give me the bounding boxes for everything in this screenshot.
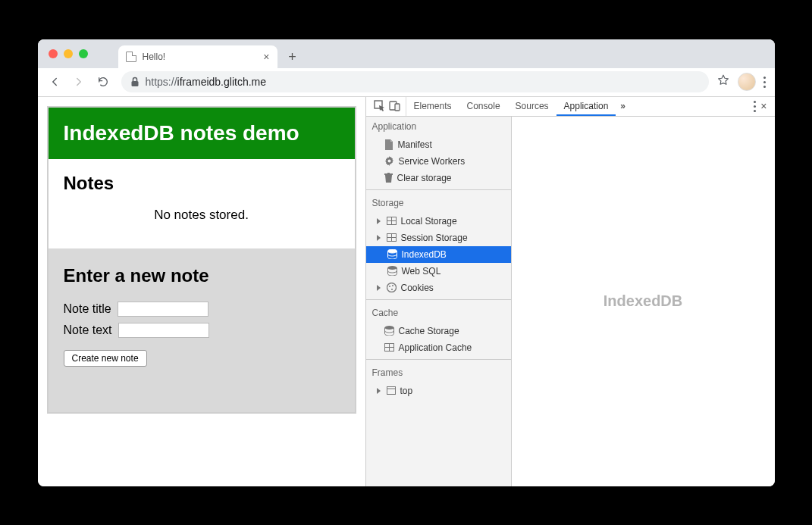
tab-sources[interactable]: Sources bbox=[508, 97, 556, 116]
minimize-window-button[interactable] bbox=[64, 49, 73, 58]
svg-rect-22 bbox=[385, 344, 389, 347]
tab-elements[interactable]: Elements bbox=[406, 97, 459, 116]
panel-placeholder: IndexedDB bbox=[604, 292, 682, 310]
svg-rect-13 bbox=[392, 238, 396, 241]
svg-rect-6 bbox=[392, 217, 396, 220]
demo-app: IndexedDB notes demo Notes No notes stor… bbox=[47, 106, 356, 414]
sidebar-item-local-storage[interactable]: Local Storage bbox=[366, 213, 511, 230]
devtools-main-panel: IndexedDB bbox=[512, 117, 775, 486]
bookmark-star-icon[interactable] bbox=[716, 73, 730, 90]
tab-console[interactable]: Console bbox=[459, 97, 508, 116]
toolbar-right bbox=[716, 73, 769, 91]
browser-window: Hello! × + https://iframeidb.glitch.me bbox=[38, 39, 775, 486]
svg-point-19 bbox=[391, 289, 393, 290]
trash-icon bbox=[384, 173, 393, 183]
device-toolbar-icon[interactable] bbox=[389, 100, 401, 112]
sidebar-item-label: Local Storage bbox=[401, 216, 457, 227]
cookie-icon bbox=[387, 283, 397, 292]
devtools-tabbar: Elements Console Sources Application » × bbox=[366, 97, 775, 117]
sidebar-item-clear-storage[interactable]: Clear storage bbox=[366, 170, 511, 186]
svg-rect-23 bbox=[390, 344, 393, 347]
sidebar-item-frame-top[interactable]: top bbox=[366, 383, 511, 399]
sidebar-item-cookies[interactable]: Cookies bbox=[366, 280, 511, 296]
svg-rect-5 bbox=[387, 217, 391, 220]
form-heading: Enter a new note bbox=[64, 265, 340, 286]
sidebar-item-indexeddb[interactable]: IndexedDB bbox=[366, 246, 511, 263]
application-sidebar: Application Manifest Service Workers Cle… bbox=[366, 117, 512, 486]
chrome-menu-button[interactable] bbox=[763, 77, 766, 88]
sidebar-item-label: Application Cache bbox=[399, 342, 472, 353]
sidebar-item-session-storage[interactable]: Session Storage bbox=[366, 230, 511, 246]
section-application: Application bbox=[366, 117, 511, 136]
content-area: IndexedDB notes demo Notes No notes stor… bbox=[38, 97, 775, 486]
section-frames: Frames bbox=[366, 363, 511, 383]
svg-rect-12 bbox=[387, 238, 391, 241]
table-icon bbox=[387, 217, 397, 225]
sidebar-item-label: Cookies bbox=[401, 283, 434, 293]
notes-section: Notes No notes stored. bbox=[49, 159, 355, 248]
sidebar-item-label: Service Workers bbox=[399, 156, 466, 167]
sidebar-item-label: Manifest bbox=[398, 139, 432, 150]
svg-rect-8 bbox=[392, 221, 396, 224]
tabs-overflow-button[interactable]: » bbox=[616, 101, 630, 111]
sidebar-item-service-workers[interactable]: Service Workers bbox=[366, 153, 511, 170]
back-button[interactable] bbox=[44, 71, 65, 92]
url-scheme: https://iframeidb.glitch.me bbox=[146, 76, 267, 88]
profile-avatar[interactable] bbox=[738, 73, 756, 91]
sidebar-item-label: IndexedDB bbox=[402, 249, 447, 260]
devtools-close-button[interactable]: × bbox=[760, 100, 767, 112]
create-note-button[interactable]: Create new note bbox=[64, 350, 147, 367]
devtools-panel: Elements Console Sources Application » ×… bbox=[365, 97, 775, 486]
page-icon bbox=[126, 52, 136, 62]
tab-close-button[interactable]: × bbox=[263, 51, 269, 63]
svg-rect-11 bbox=[392, 234, 396, 237]
svg-point-15 bbox=[387, 266, 397, 270]
new-note-form: Enter a new note Note title Note text Cr… bbox=[49, 248, 355, 412]
svg-rect-10 bbox=[387, 234, 391, 237]
database-icon bbox=[384, 326, 394, 336]
page-viewport: IndexedDB notes demo Notes No notes stor… bbox=[38, 97, 365, 486]
sidebar-item-label: top bbox=[400, 386, 413, 396]
note-text-label: Note text bbox=[64, 323, 112, 337]
frame-icon bbox=[387, 386, 396, 395]
toolbar: https://iframeidb.glitch.me bbox=[38, 68, 775, 97]
sidebar-item-web-sql[interactable]: Web SQL bbox=[366, 263, 511, 280]
reload-button[interactable] bbox=[92, 71, 114, 92]
svg-rect-3 bbox=[395, 104, 400, 111]
lock-icon bbox=[130, 77, 140, 87]
note-text-input[interactable] bbox=[118, 323, 209, 338]
tab-title: Hello! bbox=[143, 52, 258, 62]
tab-application[interactable]: Application bbox=[556, 97, 616, 116]
tab-strip: Hello! × + bbox=[38, 39, 775, 68]
svg-rect-0 bbox=[131, 81, 138, 86]
svg-point-18 bbox=[392, 285, 393, 286]
forward-button[interactable] bbox=[68, 71, 89, 92]
table-icon bbox=[387, 233, 397, 242]
window-controls bbox=[44, 39, 118, 68]
sidebar-item-manifest[interactable]: Manifest bbox=[366, 136, 511, 153]
note-title-label: Note title bbox=[64, 302, 111, 316]
svg-rect-25 bbox=[390, 348, 393, 351]
new-tab-button[interactable]: + bbox=[282, 47, 303, 68]
gear-icon bbox=[384, 156, 394, 166]
browser-tab[interactable]: Hello! × bbox=[118, 45, 277, 68]
file-icon bbox=[384, 139, 393, 150]
sidebar-item-cache-storage[interactable]: Cache Storage bbox=[366, 323, 511, 339]
address-bar[interactable]: https://iframeidb.glitch.me bbox=[121, 71, 709, 92]
svg-point-20 bbox=[384, 326, 393, 330]
sidebar-item-label: Session Storage bbox=[401, 233, 468, 243]
sidebar-item-label: Web SQL bbox=[402, 266, 441, 277]
devtools-menu-button[interactable] bbox=[754, 101, 756, 112]
svg-point-14 bbox=[387, 249, 397, 253]
sidebar-item-application-cache[interactable]: Application Cache bbox=[366, 339, 511, 356]
close-window-button[interactable] bbox=[49, 49, 58, 58]
svg-rect-24 bbox=[385, 348, 389, 351]
sidebar-item-label: Cache Storage bbox=[399, 326, 459, 336]
table-icon bbox=[384, 343, 394, 352]
note-title-input[interactable] bbox=[118, 302, 208, 317]
inspect-element-icon[interactable] bbox=[374, 100, 386, 112]
database-icon bbox=[387, 249, 397, 259]
notes-heading: Notes bbox=[64, 173, 340, 194]
fullscreen-window-button[interactable] bbox=[79, 49, 88, 58]
section-cache: Cache bbox=[366, 303, 511, 323]
